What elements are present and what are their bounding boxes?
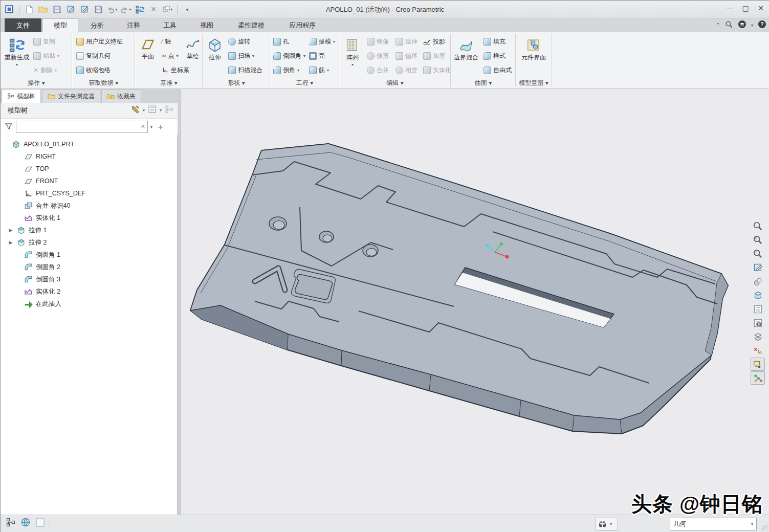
display-style-icon[interactable] xyxy=(751,289,765,302)
tree-item-solidify-2[interactable]: 实体化 2 xyxy=(1,285,174,298)
tree-display-icon[interactable] xyxy=(165,105,173,115)
group-label-surfaces[interactable]: 曲面 ▾ xyxy=(451,79,516,87)
intersect-button[interactable]: 相交 xyxy=(396,64,418,76)
tab-model-tree[interactable]: 模型树 xyxy=(2,89,41,103)
perspective-icon[interactable] xyxy=(751,330,765,343)
tree-item-round-3[interactable]: 倒圆角 3 xyxy=(1,273,174,285)
expand-filter-icon[interactable]: ＋ xyxy=(157,122,164,132)
zoom-in-icon[interactable] xyxy=(751,233,765,247)
tab-annotate[interactable]: 注释 xyxy=(116,18,151,32)
tab-analysis[interactable]: 分析 xyxy=(79,18,115,32)
tree-item-right-plane[interactable]: RIGHT xyxy=(1,150,174,163)
annotation-display-icon[interactable] xyxy=(751,358,765,371)
shell-button[interactable]: 壳 xyxy=(309,50,325,62)
paste-button[interactable]: 粘贴▾ xyxy=(33,50,59,62)
group-label-datum[interactable]: 基准 ▾ xyxy=(135,79,203,87)
learning-center-icon[interactable] xyxy=(738,20,746,30)
minimize-button[interactable]: — xyxy=(722,1,738,16)
repaint-icon[interactable] xyxy=(751,261,765,274)
solidify-button[interactable]: 实体化 xyxy=(423,64,451,76)
copy-geometry-button[interactable]: 复制几何 xyxy=(76,50,111,62)
shading-options-icon[interactable] xyxy=(751,275,765,288)
toggle-model-tree-icon[interactable] xyxy=(6,517,16,529)
tree-search-input[interactable]: ✕ xyxy=(16,121,148,133)
boundary-blend-button[interactable]: 边界混合 xyxy=(452,34,480,77)
extrude-button[interactable]: 拉伸 xyxy=(204,34,226,77)
tree-item-extrude-1[interactable]: ▶拉伸 1 xyxy=(1,224,174,236)
project-button[interactable]: 投影 xyxy=(423,35,445,48)
fill-button[interactable]: 填充 xyxy=(484,35,506,48)
find-dropdown[interactable]: ▾ xyxy=(610,522,612,526)
tab-favorites[interactable]: 收藏夹 xyxy=(101,90,141,103)
close-window-icon[interactable]: ✕ xyxy=(148,4,159,15)
selection-filter-dropdown[interactable]: 几何 ▾ xyxy=(670,518,757,530)
tab-tools[interactable]: 工具 xyxy=(152,18,188,32)
maximize-button[interactable]: ▢ xyxy=(738,1,753,16)
udf-button[interactable]: 用户定义特征 xyxy=(76,35,123,48)
model-markup-icon[interactable] xyxy=(65,4,76,15)
expand-arrow[interactable]: ▶ xyxy=(8,228,14,233)
resize-grip[interactable] xyxy=(762,525,768,531)
component-interface-button[interactable]: 元件界面 xyxy=(518,34,550,77)
regenerate-button[interactable]: 重新生成▾ xyxy=(3,34,31,77)
learning-center-dropdown[interactable]: ▾ xyxy=(751,23,753,28)
save-backup-icon[interactable] xyxy=(93,4,104,15)
collapse-ribbon-icon[interactable]: ⌃ xyxy=(716,22,720,29)
sketch-markup-icon[interactable] xyxy=(79,4,90,15)
group-label-get-data[interactable]: 获取数据 ▾ xyxy=(72,79,135,87)
tree-columns-dropdown[interactable]: ▾ xyxy=(160,108,162,113)
tree-item-front-plane[interactable]: FRONT xyxy=(1,175,174,187)
tree-tools-icon[interactable] xyxy=(131,105,140,115)
regenerate-quick-icon[interactable] xyxy=(134,4,145,15)
command-search-icon[interactable] xyxy=(725,20,733,30)
hole-button[interactable]: 孔 xyxy=(273,35,289,48)
pattern-button[interactable]: 阵列▾ xyxy=(341,34,364,77)
trim-button[interactable]: 修剪 xyxy=(367,50,389,62)
close-button[interactable]: ✕ xyxy=(753,1,768,16)
offset-button[interactable]: 偏移 xyxy=(396,50,418,62)
blank-window-icon[interactable] xyxy=(35,518,45,529)
group-label-engineering[interactable]: 工程 ▾ xyxy=(270,79,339,87)
datum-display-filters-icon[interactable] xyxy=(751,344,765,357)
tree-item-round-2[interactable]: 倒圆角 2 xyxy=(1,261,174,273)
group-label-model-intent[interactable]: 模型意图 ▾ xyxy=(516,79,552,87)
spin-center-icon[interactable] xyxy=(751,371,765,385)
copy-button[interactable]: 复制 xyxy=(33,35,55,48)
sweep-button[interactable]: 扫描▾ xyxy=(228,50,254,62)
tab-model[interactable]: 模型 xyxy=(42,18,78,32)
tab-view[interactable]: 视图 xyxy=(189,18,225,32)
swept-blend-button[interactable]: 扫描混合 xyxy=(228,64,262,76)
redo-icon[interactable]: ▾ xyxy=(120,4,131,15)
merge-button[interactable]: 合并 xyxy=(367,64,389,76)
undo-icon[interactable]: ▾ xyxy=(106,4,118,15)
tree-item-insert-here[interactable]: 在此插入 xyxy=(1,298,174,310)
refit-icon[interactable] xyxy=(751,219,765,233)
saved-orientations-icon[interactable] xyxy=(751,302,765,316)
chamfer-button[interactable]: 倒角▾ xyxy=(273,64,299,76)
tree-item-csys[interactable]: PRT_CSYS_DEF xyxy=(1,187,174,199)
new-file-icon[interactable] xyxy=(24,4,35,15)
delete-button[interactable]: ✕删除▾ xyxy=(33,64,57,76)
tree-item-round-1[interactable]: 倒圆角 1 xyxy=(1,249,174,261)
revolve-button[interactable]: 旋转 xyxy=(228,35,250,48)
datum-point-button[interactable]: ××点▾ xyxy=(162,50,179,62)
tab-file[interactable]: 文件 xyxy=(5,18,41,32)
datum-plane-button[interactable]: 平面 xyxy=(136,34,160,77)
datum-axis-button[interactable]: ⁄轴 xyxy=(162,35,171,48)
search-options-dropdown[interactable]: ▾ xyxy=(150,125,152,129)
shrinkwrap-button[interactable]: 收缩包络 xyxy=(76,64,111,76)
group-label-operations[interactable]: 操作 ▾ xyxy=(1,79,72,87)
tree-item-solidify-1[interactable]: 实体化 1 xyxy=(1,212,174,224)
rib-button[interactable]: 筋▾ xyxy=(309,64,329,76)
window-arrange-icon[interactable]: ▾ xyxy=(162,4,173,15)
tab-applications[interactable]: 应用程序 xyxy=(278,18,327,32)
style-button[interactable]: 样式 xyxy=(484,50,506,62)
tab-folder-browser[interactable]: 文件夹浏览器 xyxy=(42,90,100,103)
freestyle-button[interactable]: 自由式 xyxy=(484,64,512,76)
tree-item-extrude-2[interactable]: ▶拉伸 2 xyxy=(1,236,174,249)
mirror-button[interactable]: 镜像 xyxy=(367,35,389,48)
tree-tools-dropdown[interactable]: ▾ xyxy=(143,108,145,113)
group-label-editing[interactable]: 编辑 ▾ xyxy=(339,79,451,87)
sketch-button[interactable]: 草绘 xyxy=(183,34,203,77)
filter-funnel-icon[interactable] xyxy=(5,122,13,132)
